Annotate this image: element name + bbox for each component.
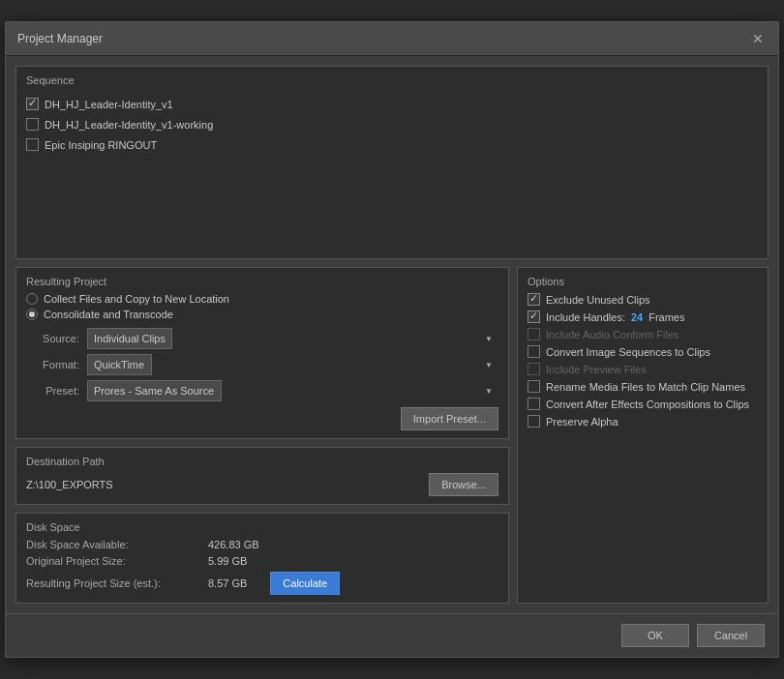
import-preset-button[interactable]: Import Preset...: [401, 407, 498, 430]
option-rename-media-label: Rename Media Files to Match Clip Names: [546, 381, 745, 393]
title-bar: Project Manager ✕: [6, 22, 778, 56]
handles-frames: Frames: [648, 311, 684, 323]
option-include-preview-label: Include Preview Files: [546, 364, 647, 375]
disk-resulting-value: 8.57 GB: [208, 577, 247, 589]
disk-original-label: Original Project Size:: [26, 555, 200, 567]
calculate-button[interactable]: Calculate: [270, 572, 340, 595]
option-convert-sequences-checkbox[interactable]: [528, 345, 540, 358]
left-panel: Resulting Project Collect Files and Copy…: [15, 267, 509, 604]
sequence-item[interactable]: Epic Insiping RINGOUT: [26, 136, 758, 153]
preset-select[interactable]: Prores - Same As Source: [87, 380, 222, 401]
radio-group: Collect Files and Copy to New Location C…: [26, 293, 498, 320]
option-include-preview-checkbox: [528, 363, 540, 375]
sequence-checkbox-2[interactable]: [26, 118, 39, 131]
radio-consolidate-input[interactable]: [26, 309, 38, 320]
sequence-checkbox-1[interactable]: [26, 98, 39, 110]
option-exclude-unused-checkbox[interactable]: [528, 293, 540, 306]
format-row: Format: QuickTime: [26, 354, 498, 375]
destination-path-row: Z:\100_EXPORTS Browse...: [26, 473, 498, 496]
bottom-section: Resulting Project Collect Files and Copy…: [15, 267, 769, 604]
options-label: Options: [528, 276, 758, 287]
preset-select-wrapper: Prores - Same As Source: [87, 380, 498, 401]
dialog-body: Sequence DH_HJ_Leader-Identity_v1 DH_HJ_…: [6, 56, 778, 613]
disk-space-label: Disk Space: [26, 521, 498, 533]
disk-available-value: 426.83 GB: [208, 539, 259, 550]
option-preserve-alpha[interactable]: Preserve Alpha: [528, 415, 758, 428]
option-rename-media-checkbox[interactable]: [528, 380, 540, 393]
handles-label: Include Handles:: [546, 311, 625, 323]
disk-original-row: Original Project Size: 5.99 GB: [26, 555, 498, 567]
handles-value: 24: [631, 311, 643, 323]
format-select[interactable]: QuickTime: [87, 354, 152, 375]
sequence-item-label-2: DH_HJ_Leader-Identity_v1-working: [45, 119, 213, 131]
radio-collect-label: Collect Files and Copy to New Location: [44, 293, 229, 305]
sequence-item-label-1: DH_HJ_Leader-Identity_v1: [45, 99, 173, 110]
source-select[interactable]: Individual Clips: [87, 328, 172, 349]
sequence-list: DH_HJ_Leader-Identity_v1 DH_HJ_Leader-Id…: [26, 92, 758, 157]
disk-available-label: Disk Space Available:: [26, 539, 200, 550]
option-rename-media[interactable]: Rename Media Files to Match Clip Names: [528, 380, 758, 393]
option-convert-ae-checkbox[interactable]: [528, 398, 540, 410]
disk-original-value: 5.99 GB: [208, 555, 247, 567]
radio-consolidate-label: Consolidate and Transcode: [44, 309, 173, 320]
option-include-handles-checkbox[interactable]: [528, 310, 540, 323]
option-preserve-alpha-checkbox[interactable]: [528, 415, 540, 428]
option-convert-sequences[interactable]: Convert Image Sequences to Clips: [528, 345, 758, 358]
preset-label: Preset:: [26, 385, 79, 397]
option-exclude-unused[interactable]: Exclude Unused Clips: [528, 293, 758, 306]
option-include-handles: Include Handles: 24 Frames: [528, 310, 758, 323]
disk-resulting-label: Resulting Project Size (est.):: [26, 577, 200, 589]
resulting-project-section: Resulting Project Collect Files and Copy…: [15, 267, 509, 439]
destination-path-label: Destination Path: [26, 456, 498, 467]
dialog-title: Project Manager: [17, 32, 103, 45]
source-row: Source: Individual Clips: [26, 328, 498, 349]
project-manager-dialog: Project Manager ✕ Sequence DH_HJ_Leader-…: [5, 21, 779, 658]
import-preset-row: Import Preset...: [26, 407, 498, 430]
disk-resulting-row: Resulting Project Size (est.): 8.57 GB C…: [26, 572, 498, 595]
disk-space-section: Disk Space Disk Space Available: 426.83 …: [15, 513, 509, 604]
option-audio-conform: Include Audio Conform Files: [528, 328, 758, 340]
sequence-item[interactable]: DH_HJ_Leader-Identity_v1-working: [26, 116, 758, 133]
sequence-item-label-3: Epic Insiping RINGOUT: [45, 139, 157, 151]
option-audio-conform-checkbox: [528, 328, 540, 340]
browse-button[interactable]: Browse...: [429, 473, 498, 496]
option-audio-conform-label: Include Audio Conform Files: [546, 329, 679, 340]
options-section: Options Exclude Unused Clips Include Han…: [517, 267, 769, 604]
format-select-wrapper: QuickTime: [87, 354, 498, 375]
destination-path-value: Z:\100_EXPORTS: [26, 479, 421, 490]
destination-section: Destination Path Z:\100_EXPORTS Browse..…: [15, 447, 509, 505]
resulting-project-label: Resulting Project: [26, 276, 498, 287]
option-include-preview: Include Preview Files: [528, 363, 758, 375]
radio-consolidate[interactable]: Consolidate and Transcode: [26, 309, 498, 320]
format-label: Format:: [26, 359, 79, 370]
ok-button[interactable]: OK: [621, 624, 689, 647]
radio-collect-input[interactable]: [26, 293, 38, 305]
option-convert-ae-label: Convert After Effects Compositions to Cl…: [546, 399, 749, 410]
option-preserve-alpha-label: Preserve Alpha: [546, 416, 618, 428]
preset-row: Preset: Prores - Same As Source: [26, 380, 498, 401]
source-select-wrapper: Individual Clips: [87, 328, 498, 349]
option-exclude-unused-label: Exclude Unused Clips: [546, 294, 650, 306]
sequence-checkbox-3[interactable]: [26, 138, 39, 151]
option-convert-sequences-label: Convert Image Sequences to Clips: [546, 346, 710, 358]
close-button[interactable]: ✕: [749, 30, 767, 47]
sequence-label: Sequence: [26, 74, 758, 86]
source-label: Source:: [26, 333, 79, 344]
dialog-footer: OK Cancel: [6, 613, 778, 657]
disk-available-row: Disk Space Available: 426.83 GB: [26, 539, 498, 550]
radio-collect[interactable]: Collect Files and Copy to New Location: [26, 293, 498, 305]
right-panel: Options Exclude Unused Clips Include Han…: [517, 267, 769, 604]
sequence-item[interactable]: DH_HJ_Leader-Identity_v1: [26, 96, 758, 112]
option-convert-ae[interactable]: Convert After Effects Compositions to Cl…: [528, 398, 758, 410]
sequence-section: Sequence DH_HJ_Leader-Identity_v1 DH_HJ_…: [15, 66, 769, 259]
cancel-button[interactable]: Cancel: [697, 624, 765, 647]
